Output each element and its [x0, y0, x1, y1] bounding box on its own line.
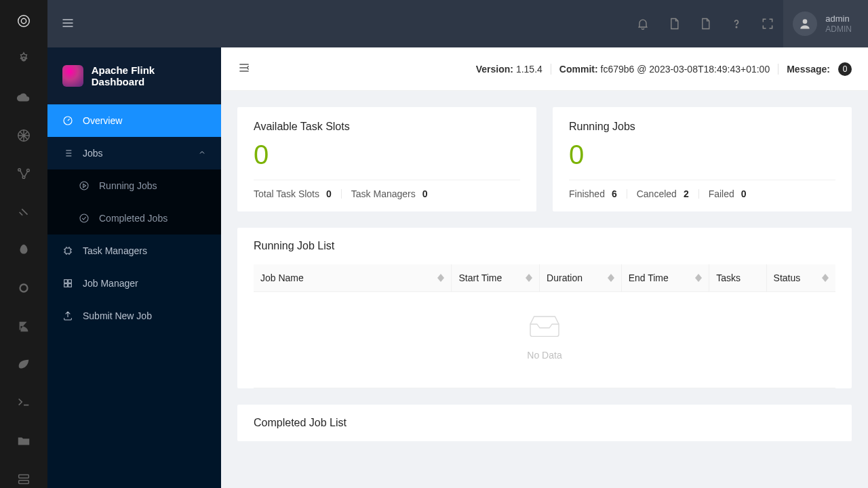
nav-jobs-group[interactable]: Jobs [47, 137, 221, 169]
nav-completed-jobs-label: Completed Jobs [99, 213, 167, 224]
sort-icon [437, 274, 444, 282]
col-status[interactable]: Status [766, 264, 835, 291]
top-header: admin ADMIN [47, 0, 868, 47]
completed-job-list-panel: Completed Job List [237, 405, 852, 441]
canceled-value: 2 [684, 188, 689, 199]
task-managers-label: Task Managers [351, 188, 416, 199]
server-icon[interactable] [13, 470, 35, 488]
hamburger-icon[interactable] [61, 16, 75, 32]
svg-rect-19 [68, 284, 72, 287]
svg-rect-15 [65, 248, 71, 253]
upload-icon [62, 310, 73, 321]
col-duration[interactable]: Duration [539, 264, 621, 291]
svg-point-13 [80, 182, 88, 190]
sidebar: Apache Flink Dashboard Overview Jobs [47, 47, 221, 488]
page-bar: Version: 1.15.4 Commit: fc679b6 @ 2023-0… [221, 47, 868, 91]
nav-running-jobs[interactable]: Running Jobs [47, 169, 221, 202]
user-role: ADMIN [825, 24, 852, 34]
graph-icon[interactable] [13, 165, 35, 182]
sort-icon [695, 274, 702, 282]
nav-job-manager-label: Job Manager [83, 278, 138, 289]
leaf-icon[interactable] [13, 356, 35, 373]
cloud-icon[interactable] [13, 89, 35, 106]
main-content: Version: 1.15.4 Commit: fc679b6 @ 2023-0… [221, 47, 868, 488]
nav-job-manager[interactable]: Job Manager [47, 267, 221, 300]
svg-point-14 [80, 214, 88, 222]
svg-rect-16 [64, 280, 68, 283]
sidebar-title: Apache Flink Dashboard [47, 47, 221, 104]
ring-icon[interactable] [13, 279, 35, 297]
card-running-jobs: Running Jobs 0 Finished 6 Canceled 2 Fai… [553, 107, 852, 211]
finished-value: 6 [612, 188, 617, 199]
outer-rail [0, 0, 47, 488]
help-icon[interactable] [721, 8, 752, 39]
no-data-text: No Data [527, 350, 561, 361]
avatar-icon [793, 12, 817, 36]
svg-point-0 [18, 16, 30, 27]
svg-point-11 [803, 19, 808, 24]
nav-overview[interactable]: Overview [47, 104, 221, 137]
message-count-badge[interactable]: 0 [838, 62, 852, 76]
fullscreen-icon[interactable] [752, 8, 783, 39]
card-jobs-title: Running Jobs [569, 121, 835, 133]
product-logo-icon[interactable] [13, 12, 35, 30]
play-circle-icon [79, 180, 90, 191]
file-icon-2[interactable] [690, 8, 721, 39]
total-slots-label: Total Task Slots [254, 188, 319, 199]
commit-value: fc679b6 @ 2023-03-08T18:49:43+01:00 [601, 64, 770, 75]
running-job-list-title: Running Job List [237, 228, 852, 264]
nav-jobs-label: Jobs [83, 148, 103, 159]
user-name: admin [825, 14, 852, 25]
sort-icon [608, 274, 614, 282]
card-slots-value: 0 [254, 140, 520, 170]
svg-rect-8 [19, 474, 29, 478]
egg-icon[interactable] [13, 241, 35, 259]
kubernetes-icon[interactable] [13, 127, 35, 144]
failed-label: Failed [709, 188, 734, 199]
svg-rect-18 [64, 284, 68, 287]
completed-job-list-title: Completed Job List [237, 405, 852, 441]
svg-point-10 [736, 26, 737, 27]
folder-icon[interactable] [13, 432, 35, 449]
svg-point-4 [18, 169, 21, 171]
chip-icon [62, 245, 73, 256]
bell-icon[interactable] [627, 8, 658, 39]
nav-task-managers[interactable]: Task Managers [47, 235, 221, 267]
svg-point-1 [21, 18, 26, 23]
total-slots-value: 0 [326, 188, 332, 199]
message-label: Message: [787, 64, 830, 75]
nav-running-jobs-label: Running Jobs [99, 180, 157, 191]
card-available-task-slots: Available Task Slots 0 Total Task Slots … [237, 107, 536, 211]
nav-overview-label: Overview [83, 115, 122, 126]
nav-task-managers-label: Task Managers [83, 245, 147, 256]
kibana-icon[interactable] [13, 318, 35, 336]
version-value: 1.15.4 [516, 64, 542, 75]
nav-submit-new-job[interactable]: Submit New Job [47, 300, 221, 332]
running-job-list-panel: Running Job List Job Name Start Time Dur… [237, 228, 852, 388]
task-managers-value: 0 [422, 188, 428, 199]
nav-completed-jobs[interactable]: Completed Jobs [47, 202, 221, 235]
nav-submit-new-job-label: Submit New Job [83, 310, 152, 321]
link-icon[interactable] [13, 203, 35, 221]
flink-logo-icon [62, 65, 83, 87]
check-circle-icon [79, 213, 90, 224]
svg-rect-17 [68, 280, 72, 283]
file-icon[interactable] [658, 8, 690, 39]
empty-box-icon [526, 312, 564, 342]
sort-icon [526, 274, 532, 282]
menu-fold-icon[interactable] [237, 61, 251, 77]
user-menu[interactable]: admin ADMIN [783, 0, 868, 47]
col-start-time[interactable]: Start Time [451, 264, 539, 291]
sidebar-title-text: Apache Flink Dashboard [92, 64, 206, 87]
failed-value: 0 [741, 188, 747, 199]
col-end-time[interactable]: End Time [621, 264, 709, 291]
col-job-name[interactable]: Job Name [254, 264, 451, 291]
sort-icon [822, 274, 829, 282]
grid-icon [62, 278, 73, 289]
svg-point-7 [20, 285, 28, 292]
terminal-icon[interactable] [13, 394, 35, 411]
empty-state: No Data [254, 292, 835, 388]
col-tasks[interactable]: Tasks [709, 264, 766, 291]
gear-icon[interactable] [13, 50, 35, 68]
table-header: Job Name Start Time Duration End Time Ta… [254, 264, 835, 292]
